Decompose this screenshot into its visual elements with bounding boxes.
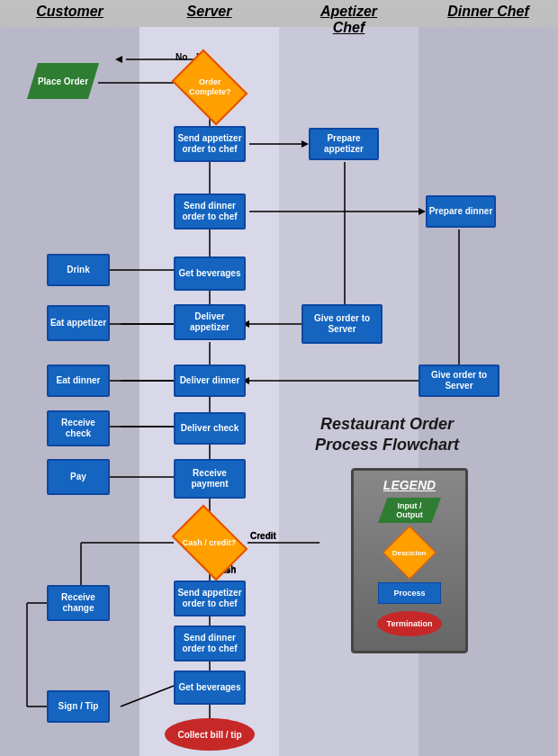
legend-term-shape: Termination [377, 611, 442, 636]
eat-dinner-node: Eat dinner [47, 364, 110, 397]
svg-marker-8 [302, 140, 309, 148]
give-order-server1-node: Give order to Server [302, 304, 382, 344]
cash-credit-decision: Cash / credit? [172, 505, 248, 581]
eat-appetizer-node: Eat appetizer [47, 305, 110, 341]
deliver-check-node: Deliver check [174, 412, 246, 445]
get-beverages2-node: Get beverages [174, 670, 246, 705]
send-din-order2-node: Send dinner order to chef [174, 626, 246, 662]
legend-title: LEGEND [361, 478, 458, 492]
flowchart: No Yes Cash Credit No Yes Cash Credit Pl… [0, 27, 558, 756]
legend-process-shape: Process [378, 582, 441, 604]
collect-bill-node: Collect bill / tip [165, 718, 255, 751]
pay-node: Pay [47, 459, 110, 495]
chart-title: Restaurant OrderProcess Flowchart [306, 414, 468, 456]
deliver-app-node: Deliver appetizer [174, 304, 246, 340]
receive-check-node: Receive check [47, 410, 110, 446]
legend-io-shape: Input / Output [378, 498, 441, 523]
credit-label2: Credit [250, 531, 276, 541]
legend-decision-shape: Descicion [382, 526, 436, 579]
give-order-server2-node: Give order to Server [418, 364, 500, 397]
svg-marker-4 [115, 56, 122, 63]
receive-payment-node: Receive payment [174, 459, 246, 499]
legend-term-item: Termination [361, 611, 458, 636]
legend-box: LEGEND Input / Output Descicion Process … [351, 468, 468, 653]
send-app-order2-node: Send appetizer order to chef [174, 580, 246, 616]
deliver-dinner-node: Deliver dinner [174, 364, 246, 397]
place-order-node: Place Order [27, 63, 99, 99]
legend-decision-item: Descicion [361, 530, 458, 575]
prepare-app-node: Prepare appetizer [309, 128, 379, 160]
drink-node: Drink [47, 254, 110, 286]
legend-decision-wrap: Descicion [387, 530, 432, 575]
legend-io-item: Input / Output [361, 498, 458, 523]
no-label2: No [176, 52, 187, 62]
svg-line-56 [121, 686, 174, 706]
get-beverages-node: Get beverages [174, 256, 246, 291]
sign-tip-node: Sign / Tip [47, 690, 110, 723]
prepare-dinner-node: Prepare dinner [426, 195, 496, 228]
legend-process-item: Process [361, 582, 458, 604]
svg-marker-10 [418, 208, 426, 215]
receive-change-node: Receive change [47, 585, 110, 621]
send-din-order-node: Send dinner order to chef [174, 194, 246, 230]
send-app-order-node: Send appetizer order to chef [174, 126, 246, 162]
